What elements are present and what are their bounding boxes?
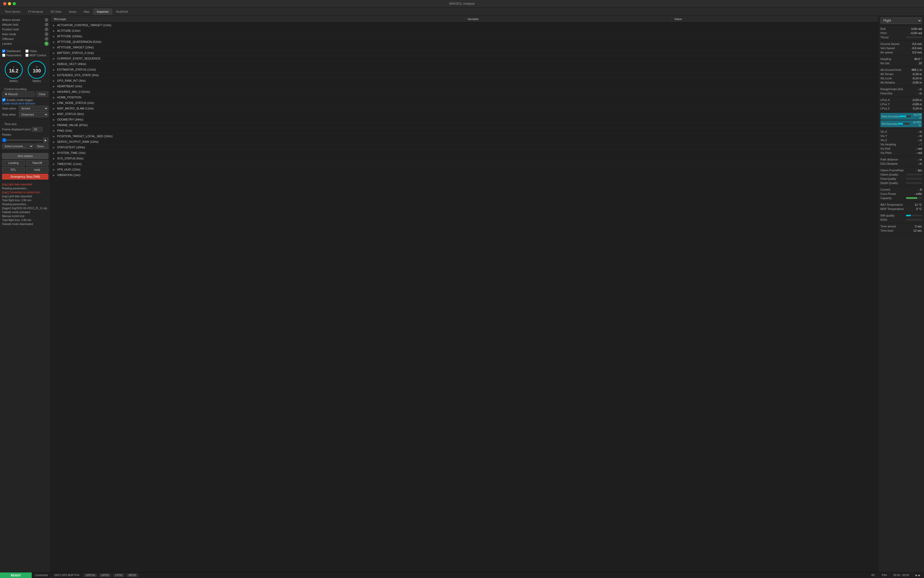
inspector-item[interactable]: ▶SYS_STATUS (5Hz) — [51, 156, 878, 161]
check-parameters[interactable]: Parameters — [2, 54, 24, 57]
inspector-item[interactable]: ▶MSP_STATUS (5Hz) — [51, 111, 878, 117]
inspector-item[interactable]: ▶BATTERY_STATUS_0 (1Hz) — [51, 50, 878, 56]
start-when-select[interactable]: Armed — [19, 106, 49, 111]
inspector-item[interactable]: ▶GPS_RAW_INT (3Hz) — [51, 78, 878, 84]
inspector-item[interactable]: ▶DEBUG_VECT (49Hz) — [51, 61, 878, 67]
arm-motors-button[interactable]: Arm motors — [2, 153, 49, 159]
status-altitude-hold: Altitude hold — [2, 22, 49, 27]
tab-nuttshell[interactable]: NuttShell — [112, 8, 131, 15]
chevron-right-icon: ▶ — [53, 85, 57, 88]
inspector-item[interactable]: ▶POSITION_TARGET_LOCAL_NED (10Hz) — [51, 133, 878, 139]
tab-setup[interactable]: Setup — [65, 8, 80, 15]
main-layout: Motors armed Altitude hold Position hold… — [0, 16, 924, 572]
inspector-item[interactable]: ▶HOME_POSITION — [51, 95, 878, 100]
inspector-item[interactable]: ▶ODOMETRY (34Hz) — [51, 117, 878, 122]
check-video[interactable]: Video — [25, 49, 47, 53]
status-time: 00:00 - 00:00 — [890, 572, 913, 578]
battery-gauge-1: v 16.2 Battery — [5, 61, 23, 83]
center-panel: Message Variable Value ▶ACTUATOR_CONTROL… — [51, 16, 878, 572]
status-connected: Connected — [32, 572, 51, 578]
inspector-item[interactable]: ▶ESTIMATOR_STATUS (11Hz) — [51, 67, 878, 73]
tab-xy-analysis[interactable]: XY-Analysis — [24, 8, 47, 15]
tab-inspector[interactable]: Inspector — [93, 8, 112, 15]
inspector-item[interactable]: ▶VIBRATION (1Hz) — [51, 172, 878, 178]
lpos-z-row: LPos.Z 0,24 m — [880, 106, 922, 110]
stop-when-select[interactable]: Disarmed — [19, 112, 49, 117]
inspector-item[interactable]: ▶HEARTBEAT (1Hz) — [51, 84, 878, 89]
chevron-right-icon: ▶ — [53, 129, 57, 132]
inspector-item[interactable]: ▶EXTENDED_SYS_STATE (5Hz) — [51, 73, 878, 78]
chevron-right-icon: ▶ — [53, 162, 57, 166]
timeaxis-section: Time axis Frame displayed (sec) Replay ▶… — [0, 119, 50, 151]
clear-button[interactable]: Clear — [36, 91, 49, 97]
takeoff-button[interactable]: TakeOff — [26, 160, 49, 166]
tab-time-series[interactable]: Time-Series — [1, 8, 24, 15]
vis-x-row: Vis.X - m — [880, 130, 922, 134]
inspector-item[interactable]: ▶HIGHRES_IMU_0 (51Hz) — [51, 89, 878, 95]
flow-quality-row: Flow.Quality — [880, 177, 922, 181]
vis-section: Vis.X - m Vis.Y - m Vis.Z - m Vis.Headin… — [878, 128, 924, 156]
status-ekf: EKF2 GPS MSP PX4 — [51, 572, 83, 578]
rangefinder-section: RangeFinder.Dist. - m Flow.Dist. - m — [878, 86, 924, 97]
vis-y-row: Vis.Y - m — [880, 134, 922, 138]
imu-temp-row: IMU Temperature 11 °C — [880, 203, 922, 207]
status-position-hold: Position hold — [2, 27, 49, 32]
time-armed-row: Time armed 0 sec — [880, 224, 922, 229]
inspector-item[interactable]: ▶PING (1Hz) — [51, 128, 878, 133]
inspector-list: ▶ACTUATOR_CONTROL_TARGET (11Hz)▶ALTITUDE… — [51, 23, 878, 572]
inspector-item[interactable]: ▶ATTITUDE_TARGET (10Hz) — [51, 45, 878, 50]
record-button[interactable]: Record — [2, 91, 35, 97]
replay-slider[interactable] — [2, 140, 42, 141]
vis-heading-row: Vis.Heading - ° — [880, 142, 922, 146]
check-dashboard[interactable]: Dashboard — [2, 49, 24, 53]
minimize-button[interactable] — [8, 2, 11, 5]
log-line: Failsafe mode activated — [2, 210, 49, 214]
close-button[interactable] — [3, 2, 6, 5]
play-button[interactable]: ▶ — [43, 138, 49, 143]
accuracy-section: Horiz.Accuracy ±0,378 m Vert.Accuracy ±0… — [878, 112, 924, 128]
thrust-bar-container — [906, 36, 922, 38]
arm-section: Arm motors Landing TakeOff RTL Hold Emer… — [0, 151, 50, 181]
inspector-item[interactable]: ▶ALTITUDE (11Hz) — [51, 28, 878, 34]
emergency-stop-button[interactable]: Emergency Stop [TAB] — [2, 174, 49, 180]
inspector-item[interactable]: ▶ATTITUDE (103Hz) — [51, 34, 878, 39]
auto-mode-indicator — [45, 32, 49, 36]
ground-speed-row: Ground.Speed 0,0 m/s — [880, 42, 922, 46]
presets-select[interactable]: Select presets... — [2, 144, 34, 149]
inspector-item[interactable]: ▶STATUSTEXT (20Hz) — [51, 144, 878, 150]
tab-map[interactable]: Map — [80, 8, 93, 15]
odom-quality-row: Odom.Quality — [880, 172, 922, 177]
capacity-row: Capacity — [880, 196, 922, 200]
create-result-link[interactable]: Create result set in directory — [2, 102, 49, 105]
inspector-item[interactable]: ▶SERVO_OUTPUT_RAW (12Hz) — [51, 139, 878, 144]
inspector-item[interactable]: ▶SYSTEM_TIME (1Hz) — [51, 150, 878, 156]
inspector-item[interactable]: ▶VFR_HUD (12Hz) — [51, 167, 878, 172]
rtl-button[interactable]: RTL — [2, 167, 25, 173]
status-ready: READY — [0, 572, 32, 578]
inspector-item[interactable]: ▶ACTUATOR_CONTROL_TARGET (11Hz) — [51, 23, 878, 28]
tab-3d-view[interactable]: 3D View — [47, 8, 65, 15]
enable-trigger-check[interactable]: Enable mode-trigger — [2, 98, 49, 102]
chevron-right-icon: ▶ — [53, 52, 57, 54]
replay-row: ▶ — [2, 138, 49, 143]
chevron-right-icon: ▶ — [53, 102, 57, 104]
check-msp-control[interactable]: MSP Control — [25, 54, 47, 57]
presets-row: Select presets... Save... — [2, 144, 49, 149]
frame-input[interactable] — [32, 127, 42, 132]
inspector-item[interactable]: ▶ATTITUDE_QUATERNION (51Hz) — [51, 39, 878, 45]
maximize-button[interactable] — [13, 2, 16, 5]
inspector-item[interactable]: ▶LINK_NODE_STATUS (1Hz) — [51, 100, 878, 106]
inspector-item[interactable]: ▶MSP_MICRO_SLAM (11Hz) — [51, 106, 878, 111]
thrust-row: Thrust — [880, 35, 922, 39]
chevron-right-icon: ▶ — [53, 91, 57, 93]
landing-button[interactable]: Landing — [2, 160, 25, 166]
log-line: [logger] /log/2022-06-29/13_25_11.ulg — [2, 206, 49, 210]
inspector-item[interactable]: ▶TIMESYNC (11Hz) — [51, 161, 878, 167]
inspector-item[interactable]: ▶PARAM_VALUE (87Hz) — [51, 122, 878, 128]
hold-button[interactable]: Hold — [26, 167, 49, 173]
flight-select[interactable]: Flight — [880, 18, 922, 24]
save-button[interactable]: Save... — [35, 144, 49, 149]
chevron-right-icon: ▶ — [53, 135, 57, 138]
status-section: Motors armed Altitude hold Position hold… — [0, 16, 50, 48]
inspector-item[interactable]: ▶CURRENT_EVENT_SEQUENCE — [51, 56, 878, 61]
